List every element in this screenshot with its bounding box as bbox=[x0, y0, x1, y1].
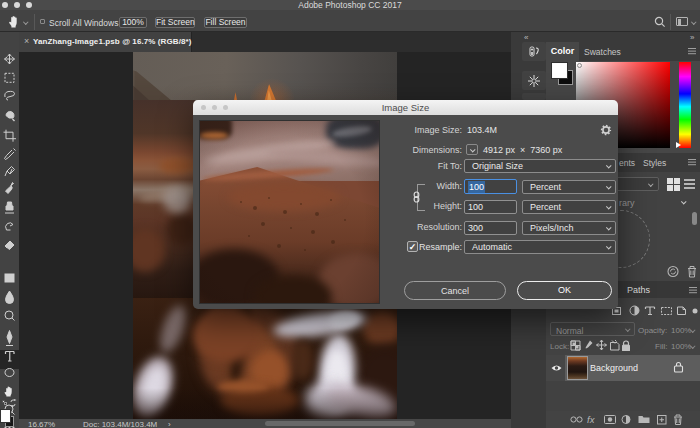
svg-text:fx: fx bbox=[587, 414, 596, 425]
